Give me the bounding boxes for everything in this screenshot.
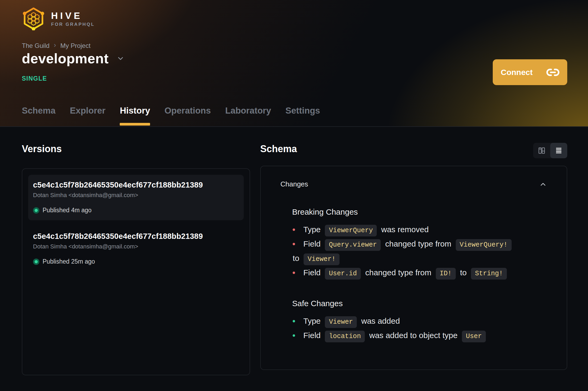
schema-header-row: Schema (260, 143, 567, 158)
code-badge: User (462, 331, 486, 342)
version-status-row: Published 25m ago (33, 258, 239, 265)
chevron-down-icon (117, 55, 125, 63)
tab-explorer[interactable]: Explorer (70, 106, 106, 126)
change-item: Field User.id changed type from ID! to S… (292, 265, 521, 280)
change-item: Field Query.viewer changed type from Vie… (292, 237, 521, 265)
tab-history[interactable]: History (120, 106, 150, 126)
tab-schema[interactable]: Schema (22, 106, 56, 126)
brand-tagline: FOR GRAPHQL (51, 22, 95, 27)
breadcrumb-org[interactable]: The Guild (22, 42, 49, 49)
code-badge: Viewer! (304, 253, 339, 265)
versions-list: c5e4c1c5f78b26465350e4ecf677cf188bb21389… (22, 168, 250, 375)
change-list: Type Viewer was addedField location was … (292, 314, 521, 343)
code-badge: String! (471, 268, 507, 280)
code-badge: ViewerQuery! (456, 239, 512, 251)
tab-settings[interactable]: Settings (285, 106, 320, 126)
breadcrumb: The Guild › My Project (22, 41, 90, 50)
change-groups: Breaking Changes Type ViewerQuery was re… (280, 207, 547, 343)
schema-heading: Schema (260, 143, 297, 155)
code-badge: User.id (325, 268, 361, 280)
code-badge: location (325, 331, 365, 342)
link-icon (546, 65, 560, 79)
list-view-icon (555, 147, 563, 155)
brand-logo-row[interactable]: HIVE FOR GRAPHQL (22, 7, 95, 30)
tab-operations[interactable]: Operations (164, 106, 211, 126)
change-list: Type ViewerQuery was removedField Query.… (292, 222, 521, 280)
version-card[interactable]: c5e4c1c5f78b26465350e4ecf677cf188bb21389… (28, 175, 244, 220)
breadcrumb-project[interactable]: My Project (60, 42, 90, 49)
changes-label: Changes (280, 180, 308, 188)
list-view-button[interactable] (550, 143, 567, 158)
published-dot (33, 207, 39, 214)
code-badge: ViewerQuery (325, 225, 377, 236)
change-group-title: Safe Changes (292, 299, 547, 308)
versions-column: Versions c5e4c1c5f78b26465350e4ecf677cf1… (22, 127, 250, 375)
hive-history-page: HIVE FOR GRAPHQL The Guild › My Project … (0, 0, 588, 391)
tab-laboratory[interactable]: Laboratory (225, 106, 271, 126)
version-hash: c5e4c1c5f78b26465350e4ecf677cf188bb21389 (33, 232, 239, 241)
version-hash: c5e4c1c5f78b26465350e4ecf677cf188bb21389 (33, 181, 239, 189)
page-title: development (22, 51, 109, 66)
target-title-row: development (22, 51, 125, 66)
connect-button-label: Connect (501, 68, 533, 77)
target-selector-button[interactable] (117, 55, 125, 63)
project-header: HIVE FOR GRAPHQL The Guild › My Project … (0, 0, 588, 127)
columns-view-icon (538, 147, 546, 155)
change-item: Type ViewerQuery was removed (292, 222, 521, 237)
chevron-up-icon (539, 180, 547, 188)
change-group: Safe Changes Type Viewer was addedField … (292, 299, 547, 343)
version-status-text: Published 4m ago (43, 207, 92, 214)
brand-name: HIVE (51, 11, 95, 20)
columns-view-button[interactable] (533, 143, 550, 158)
tab-bar: SchemaExplorerHistoryOperationsLaborator… (22, 106, 320, 126)
code-badge: ID! (436, 268, 456, 280)
version-status-row: Published 4m ago (33, 207, 239, 214)
hive-logo-icon (22, 7, 45, 30)
code-badge: Viewer (325, 316, 357, 328)
main-content: Versions c5e4c1c5f78b26465350e4ecf677cf1… (0, 127, 588, 375)
schema-column: Schema (260, 127, 567, 375)
change-item: Type Viewer was added (292, 314, 521, 328)
version-status-text: Published 25m ago (43, 258, 95, 265)
chevron-right-icon: › (54, 41, 56, 49)
version-author: Dotan Simha <dotansimha@gmail.com> (33, 243, 239, 250)
connect-button[interactable]: Connect (493, 59, 567, 85)
published-dot (33, 259, 39, 265)
change-item: Field location was added to object type … (292, 328, 521, 343)
code-badge: Query.viewer (325, 239, 381, 251)
view-mode-toggle (533, 143, 567, 158)
version-card[interactable]: c5e4c1c5f78b26465350e4ecf677cf188bb21389… (28, 226, 244, 272)
brand-text: HIVE FOR GRAPHQL (51, 11, 95, 27)
changes-panel: Changes Breaking Changes Type ViewerQuer… (260, 166, 567, 370)
change-group: Breaking Changes Type ViewerQuery was re… (292, 207, 547, 280)
versions-heading: Versions (22, 143, 250, 155)
target-type-badge: SINGLE (22, 75, 47, 82)
changes-accordion-header[interactable]: Changes (280, 180, 547, 188)
change-group-title: Breaking Changes (292, 207, 547, 217)
version-author: Dotan Simha <dotansimha@gmail.com> (33, 192, 239, 199)
